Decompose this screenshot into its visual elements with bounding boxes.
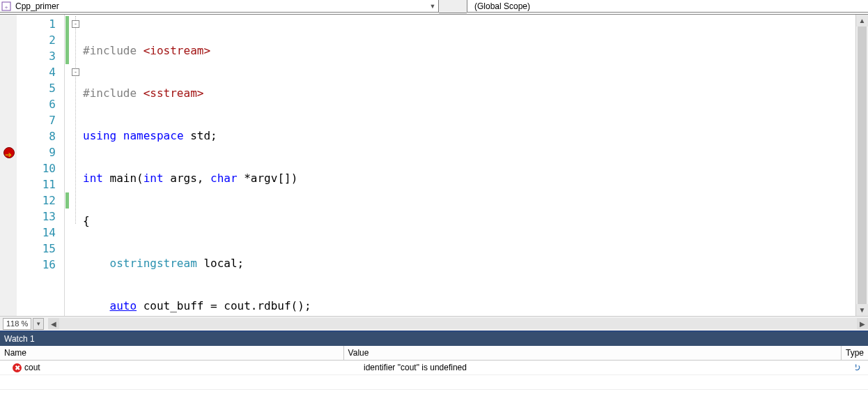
watch-body: ✖ cout identifier "cout" is undefined ↻ <box>0 361 868 394</box>
line-number: 14 <box>17 225 64 241</box>
line-number: 1 <box>17 16 64 32</box>
line-number: 16 <box>17 257 64 273</box>
watch-header-row: Name Value Type <box>0 346 868 361</box>
line-number-gutter: 12345678910111213141516 <box>17 15 65 316</box>
line-number: 10 <box>17 160 64 176</box>
change-mark <box>65 192 69 209</box>
watch-col-value[interactable]: Value <box>344 346 842 360</box>
line-number: 8 <box>17 128 64 144</box>
line-number: 7 <box>17 112 64 128</box>
svg-text:+: + <box>4 3 8 10</box>
watch-row-empty[interactable] <box>0 375 868 390</box>
zoom-label: 118 % <box>6 319 28 329</box>
cpp-file-icon: + <box>0 1 13 11</box>
outline-gutter[interactable]: -- <box>72 15 82 316</box>
line-number: 15 <box>17 241 64 257</box>
scrollbar-thumb[interactable] <box>858 26 867 304</box>
line-number: 2 <box>17 32 64 48</box>
watch-panel-title[interactable]: Watch 1 <box>0 332 868 346</box>
watch-row[interactable]: ✖ cout identifier "cout" is undefined ↻ <box>0 361 868 375</box>
editor-status-bar: 118 % ▼ ◀ ▶ <box>0 317 868 332</box>
chevron-down-icon: ▼ <box>427 3 438 10</box>
scroll-right-icon[interactable]: ▶ <box>857 318 868 329</box>
code-text-area[interactable]: #include <iostream> #include <sstream> u… <box>82 15 855 316</box>
navigation-bar: + Cpp_primer ▼ (Global Scope) <box>0 0 868 15</box>
vertical-scrollbar[interactable]: ▲ ▼ <box>855 15 868 316</box>
error-icon: ✖ <box>13 363 22 372</box>
line-number: 5 <box>17 80 64 96</box>
scope-label: (Global Scope) <box>467 1 868 11</box>
file-name-label: Cpp_primer <box>13 1 427 11</box>
line-number: 12 <box>17 192 64 209</box>
combo-gap <box>439 0 467 13</box>
line-number: 4 <box>17 64 64 80</box>
outline-collapse-box[interactable]: - <box>72 20 79 28</box>
line-number: 6 <box>17 96 64 112</box>
watch-col-type[interactable]: Type <box>842 346 868 360</box>
code-editor: ➔ 12345678910111213141516 -- #include <i… <box>0 15 868 317</box>
change-indicator-gutter <box>65 15 72 316</box>
change-mark <box>65 16 69 64</box>
zoom-dropdown-button[interactable]: ▼ <box>33 318 44 330</box>
scroll-up-icon[interactable]: ▲ <box>856 15 868 26</box>
watch-name-cell: cout <box>24 363 40 372</box>
line-number: 13 <box>17 209 64 225</box>
scroll-down-icon[interactable]: ▼ <box>856 304 868 316</box>
horizontal-scrollbar[interactable]: ◀ ▶ <box>48 318 868 329</box>
scroll-left-icon[interactable]: ◀ <box>48 318 59 329</box>
line-number: 9 <box>17 144 64 160</box>
outline-collapse-box[interactable]: - <box>72 68 79 76</box>
line-number: 11 <box>17 176 64 192</box>
line-number: 3 <box>17 48 64 64</box>
refresh-icon[interactable]: ↻ <box>855 362 861 373</box>
breakpoint-gutter[interactable]: ➔ <box>0 15 17 316</box>
file-scope-combo[interactable]: + Cpp_primer ▼ <box>0 0 439 13</box>
current-line-arrow: ➔ <box>0 146 17 162</box>
watch-value-cell: identifier "cout" is undefined <box>364 363 467 372</box>
zoom-level-combo[interactable]: 118 % <box>3 318 31 330</box>
scope-combo[interactable]: (Global Scope) <box>467 0 868 13</box>
watch-col-name[interactable]: Name <box>0 346 344 360</box>
